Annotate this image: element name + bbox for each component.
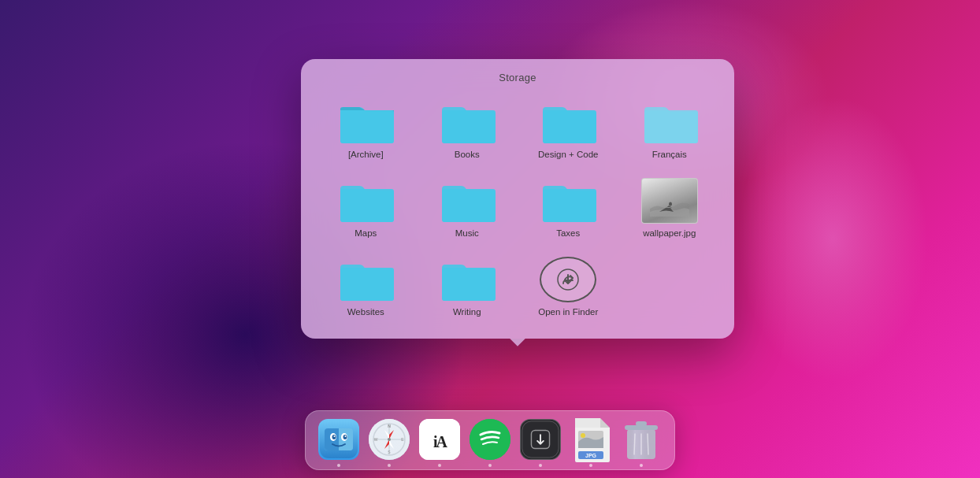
- svg-point-7: [669, 202, 672, 206]
- folder-francais-label: Français: [652, 149, 687, 161]
- folder-icon: [439, 257, 496, 302]
- folder-taxes[interactable]: Taxes: [519, 173, 618, 244]
- storage-grid: [Archive] Books Design + Code: [317, 94, 718, 323]
- dock-jpg-file[interactable]: JPG: [568, 417, 614, 462]
- dock-ia-writer[interactable]: iA: [417, 417, 462, 462]
- svg-rect-34: [575, 418, 600, 428]
- safari-icon: N S E W: [369, 419, 410, 460]
- svg-rect-4: [340, 189, 394, 222]
- file-wallpaper-label: wallpaper.jpg: [643, 228, 696, 239]
- yoink-icon: [520, 419, 561, 460]
- svg-rect-3: [644, 110, 698, 143]
- svg-rect-9: [442, 268, 496, 301]
- svg-point-23: [388, 438, 391, 441]
- svg-point-36: [581, 433, 585, 438]
- folder-websites-label: Websites: [347, 306, 384, 318]
- svg-text:JPG: JPG: [585, 453, 597, 458]
- svg-rect-42: [636, 421, 647, 426]
- svg-rect-1: [442, 110, 496, 143]
- svg-rect-2: [543, 110, 596, 143]
- folder-books[interactable]: Books: [418, 94, 517, 165]
- svg-line-43: [634, 434, 635, 454]
- svg-rect-6: [543, 189, 596, 222]
- svg-text:N: N: [388, 424, 391, 428]
- svg-rect-0: [340, 110, 394, 143]
- folder-icon: [337, 99, 394, 145]
- svg-text:W: W: [374, 437, 378, 442]
- ia-writer-icon: iA: [419, 419, 460, 460]
- trash-icon: [621, 417, 662, 462]
- dock-safari[interactable]: N S E W: [366, 417, 412, 462]
- folder-writing[interactable]: Writing: [418, 252, 517, 323]
- folder-music[interactable]: Music: [418, 173, 517, 244]
- popup-title: Storage: [317, 72, 718, 83]
- svg-point-15: [332, 435, 336, 439]
- folder-taxes-label: Taxes: [556, 228, 580, 239]
- dock-finder[interactable]: [316, 417, 362, 462]
- svg-text:iA: iA: [433, 433, 448, 450]
- svg-rect-5: [442, 189, 496, 222]
- folder-maps-label: Maps: [355, 228, 377, 239]
- svg-point-30: [470, 419, 510, 460]
- wallpaper-thumbnail: [641, 178, 698, 224]
- open-in-finder-item[interactable]: Open in Finder: [519, 252, 618, 323]
- file-wallpaper[interactable]: wallpaper.jpg: [621, 173, 719, 244]
- storage-popup: Storage [Archive] Books: [301, 59, 734, 339]
- dock-yoink[interactable]: [518, 417, 563, 462]
- folder-icon: [641, 99, 698, 145]
- folder-icon: [540, 99, 596, 145]
- open-finder-label: Open in Finder: [538, 306, 598, 318]
- open-finder-button[interactable]: [540, 257, 596, 302]
- folder-websites[interactable]: Websites: [317, 252, 415, 323]
- folder-music-label: Music: [455, 228, 479, 239]
- svg-point-18: [345, 435, 347, 437]
- spotify-icon: [470, 419, 510, 460]
- folder-icon: [337, 178, 394, 224]
- folder-design-code[interactable]: Design + Code: [519, 94, 618, 165]
- folder-icon: [439, 178, 496, 224]
- folder-icon: [540, 178, 596, 224]
- dock-spotify[interactable]: [467, 417, 513, 462]
- svg-point-16: [343, 435, 347, 439]
- folder-books-label: Books: [455, 149, 480, 161]
- jpg-file-icon: JPG: [570, 419, 611, 460]
- svg-line-45: [648, 434, 648, 454]
- finder-icon: [318, 419, 359, 460]
- folder-archive[interactable]: [Archive]: [317, 94, 415, 165]
- svg-rect-8: [340, 268, 394, 301]
- folder-icon: [337, 257, 394, 302]
- folder-francais[interactable]: Français: [621, 94, 719, 165]
- folder-maps[interactable]: Maps: [317, 173, 415, 244]
- folder-writing-label: Writing: [453, 306, 481, 318]
- svg-point-17: [334, 435, 336, 437]
- folder-icon: [439, 99, 496, 145]
- folder-archive-label: [Archive]: [348, 149, 384, 161]
- folder-design-code-label: Design + Code: [538, 149, 598, 161]
- dock: N S E W iA: [305, 410, 675, 470]
- dock-trash[interactable]: [618, 417, 664, 462]
